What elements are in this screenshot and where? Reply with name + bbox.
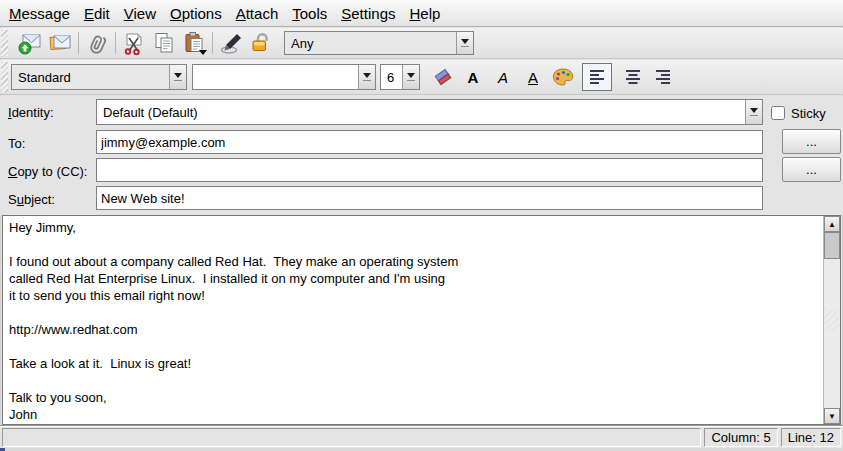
paste-dropdown-arrow-icon [199,50,207,55]
arrow-down-icon: ▼ [828,412,836,421]
mail-composer-window: Message Edit View Options Attach Tools S… [0,0,843,451]
font-size-value: 6 [381,65,402,89]
copy-button[interactable] [149,29,179,57]
crypto-format-dropdown-button[interactable] [456,32,473,54]
paragraph-style-dropdown-button[interactable] [169,65,186,89]
scroll-down-button[interactable]: ▼ [824,408,840,424]
status-message-panel [2,428,701,447]
message-body-text[interactable]: Hey Jimmy, I found out about a company c… [3,216,823,424]
remove-formatting-button[interactable] [428,63,458,91]
chevron-down-icon [363,73,371,78]
align-left-button[interactable] [582,63,612,91]
subject-label: Subject: [8,186,55,212]
align-center-icon [622,66,644,88]
encrypt-message-button[interactable] [246,29,276,57]
chevron-down-icon [174,73,182,78]
toolbar-separator [212,32,213,54]
menu-settings[interactable]: Settings [334,2,402,25]
paste-button[interactable] [179,29,209,57]
sign-message-icon [218,30,244,56]
cc-addressbook-button[interactable]: ... [782,157,841,182]
format-toolbar: Standard 6 [0,60,843,95]
chevron-down-icon [461,39,469,44]
align-right-icon [652,66,674,88]
italic-button[interactable]: A [488,63,518,91]
encrypt-message-icon [248,30,274,56]
message-body-editor[interactable]: Hey Jimmy, I found out about a company c… [2,215,841,425]
sticky-checkbox-group: Sticky [771,100,826,126]
send-mail-button[interactable] [15,29,45,57]
crypto-format-value: Any [285,32,456,54]
status-line-indicator: Line: 12 [781,428,841,447]
font-family-value [193,65,358,89]
send-mail-icon [17,30,43,56]
subject-input[interactable] [96,186,763,210]
paragraph-style-value: Standard [12,65,169,89]
copy-icon [151,30,177,56]
align-right-button[interactable] [648,63,678,91]
text-color-palette-icon [550,64,576,90]
font-size-dropdown-button[interactable] [402,65,419,89]
identity-label: Identity: [8,99,54,125]
menu-tools[interactable]: Tools [285,2,334,25]
attach-file-icon [84,30,110,56]
font-family-select[interactable] [192,64,376,90]
queue-mail-icon [47,30,73,56]
status-bar: Column: 5 Line: 12 [0,427,843,448]
queue-mail-button[interactable] [45,29,75,57]
sticky-checkbox[interactable] [771,106,785,120]
eraser-icon [431,65,455,89]
font-size-select[interactable]: 6 [380,64,420,90]
bold-button[interactable]: A [458,63,488,91]
menu-attach[interactable]: Attach [229,2,286,25]
arrow-up-icon: ▲ [828,220,836,229]
scrollbar-thumb[interactable] [824,232,840,259]
toolbar-separator [78,32,79,54]
menu-view[interactable]: View [117,2,163,25]
menu-options[interactable]: Options [163,2,229,25]
status-column-indicator: Column: 5 [704,428,777,447]
menu-help[interactable]: Help [402,2,447,25]
to-label: To: [8,130,25,156]
to-addressbook-button[interactable]: ... [782,129,841,154]
main-toolbar: Any [0,28,843,59]
toolbar-separator [115,32,116,54]
underline-icon: A [528,69,538,86]
italic-icon: A [498,69,508,86]
cc-label: Copy to (CC): [8,158,87,184]
cc-input[interactable] [96,158,763,182]
text-color-button[interactable] [548,63,578,91]
sign-message-button[interactable] [216,29,246,57]
crypto-format-select[interactable]: Any [284,31,474,55]
identity-dropdown-button[interactable] [745,100,762,124]
cut-button[interactable] [119,29,149,57]
menu-bar: Message Edit View Options Attach Tools S… [0,0,843,27]
cut-icon [121,30,147,56]
toolbar-drag-handle[interactable] [1,30,8,56]
toolbar-drag-handle[interactable] [1,62,8,92]
chevron-down-icon [750,108,758,113]
identity-value: Default (Default) [97,100,745,124]
identity-select[interactable]: Default (Default) [96,99,763,125]
scrollbar-grip-texture [825,309,839,331]
sticky-label: Sticky [791,106,826,121]
vertical-scrollbar[interactable]: ▲ ▼ [823,216,840,424]
align-center-button[interactable] [618,63,648,91]
menu-message[interactable]: Message [2,2,77,25]
menu-edit[interactable]: Edit [77,2,117,25]
to-input[interactable] [96,130,763,154]
bold-icon: A [468,69,479,86]
paragraph-style-select[interactable]: Standard [11,64,187,90]
font-family-dropdown-button[interactable] [358,65,375,89]
align-left-icon [586,66,608,88]
chevron-down-icon [407,73,415,78]
attach-file-button[interactable] [82,29,112,57]
header-form: Identity: Default (Default) Sticky To: .… [0,96,843,215]
underline-button[interactable]: A [518,63,548,91]
scroll-up-button[interactable]: ▲ [824,216,840,232]
